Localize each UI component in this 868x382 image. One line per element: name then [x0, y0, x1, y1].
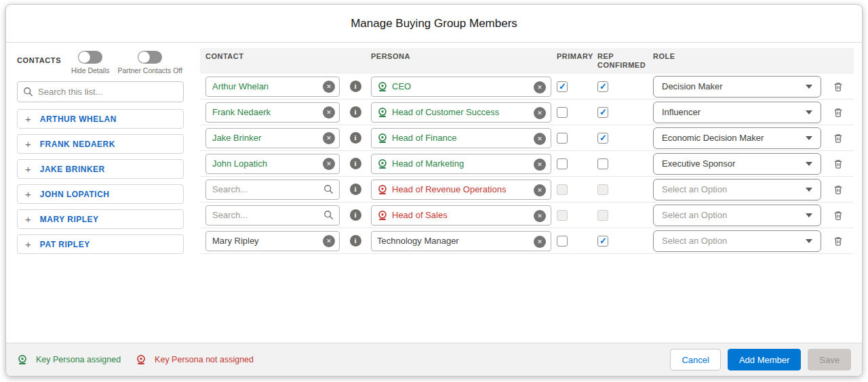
clear-icon[interactable]: ✕: [534, 81, 546, 93]
primary-checkbox[interactable]: [557, 81, 568, 92]
role-select[interactable]: Select an Option: [653, 205, 821, 226]
contact-input[interactable]: [205, 102, 340, 123]
sidebar-contact-item[interactable]: + JOHN LOPATICH: [17, 184, 184, 204]
primary-cell: [557, 81, 592, 92]
add-member-button[interactable]: Add Member: [728, 349, 801, 370]
col-header-persona: PERSONA: [371, 52, 551, 61]
sidebar-contact-item[interactable]: + JAKE BRINKER: [17, 159, 184, 179]
sidebar-contact-item[interactable]: + ARTHUR WHELAN: [17, 109, 184, 129]
persona-value: Head of Marketing: [392, 158, 464, 169]
info-icon[interactable]: i: [350, 209, 361, 221]
clear-icon[interactable]: ✕: [323, 81, 335, 93]
delete-row-button[interactable]: [833, 236, 844, 247]
delete-row-button[interactable]: [833, 184, 844, 195]
sidebar-search: [17, 81, 184, 102]
clear-icon[interactable]: ✕: [323, 106, 335, 119]
clear-icon[interactable]: ✕: [534, 107, 546, 119]
cancel-button[interactable]: Cancel: [670, 349, 720, 370]
rep-confirmed-checkbox[interactable]: [597, 133, 608, 144]
sidebar-contact-item[interactable]: + PAT RIPLEY: [17, 234, 184, 254]
persona-field[interactable]: Technology Manager ✕: [371, 231, 551, 251]
sidebar-contact-item[interactable]: + MARY RIPLEY: [17, 209, 184, 229]
expand-plus-icon[interactable]: +: [25, 114, 31, 124]
primary-checkbox[interactable]: [557, 210, 568, 221]
clear-icon[interactable]: ✕: [534, 133, 546, 145]
contact-input[interactable]: [205, 179, 340, 200]
persona-field[interactable]: Head of Marketing ✕: [371, 154, 551, 174]
key-persona-icon: [377, 184, 388, 195]
info-icon[interactable]: i: [350, 132, 361, 144]
delete-row-button[interactable]: [833, 158, 844, 169]
info-icon[interactable]: i: [350, 81, 361, 92]
rep-confirmed-checkbox[interactable]: [597, 210, 608, 221]
rep-confirmed-checkbox[interactable]: [597, 184, 608, 195]
rep-confirmed-checkbox[interactable]: [597, 81, 608, 92]
delete-row-button[interactable]: [833, 133, 844, 144]
save-button[interactable]: Save: [808, 349, 851, 370]
col-header-contact: CONTACT: [205, 52, 340, 61]
clear-icon[interactable]: ✕: [534, 184, 546, 196]
expand-plus-icon[interactable]: +: [25, 239, 31, 249]
members-table: CONTACT PERSONA PRIMARY REP CONFIRMED RO…: [193, 43, 862, 343]
clear-icon[interactable]: ✕: [323, 158, 335, 170]
info-icon[interactable]: i: [350, 158, 361, 169]
expand-plus-icon[interactable]: +: [25, 189, 31, 199]
delete-row-button[interactable]: [833, 81, 844, 92]
role-value: Select an Option: [662, 184, 727, 194]
clear-icon[interactable]: ✕: [534, 236, 546, 248]
expand-plus-icon[interactable]: +: [25, 139, 31, 149]
chevron-down-icon: [806, 85, 812, 89]
persona-field[interactable]: Head of Customer Success ✕: [371, 102, 551, 123]
persona-field[interactable]: CEO ✕: [371, 77, 551, 97]
primary-checkbox[interactable]: [557, 133, 568, 144]
legend-assigned: Key Persona assigned: [17, 354, 121, 365]
toggle-group: Hide Details Partner Contacts Off: [71, 51, 182, 75]
info-cell: i: [345, 209, 366, 221]
role-select[interactable]: Decision Maker: [653, 76, 821, 98]
persona-field[interactable]: Head of Finance ✕: [371, 128, 551, 148]
trash-cell: [827, 133, 850, 144]
clear-icon[interactable]: ✕: [323, 235, 335, 247]
key-persona-icon: [377, 210, 388, 221]
rep-confirmed-checkbox[interactable]: [597, 158, 608, 169]
role-select[interactable]: Select an Option: [653, 230, 821, 252]
manage-buying-group-dialog: Manage Buying Group Members CONTACTS Hid…: [5, 4, 863, 377]
role-select[interactable]: Influencer: [653, 102, 821, 123]
info-icon[interactable]: i: [350, 106, 361, 118]
delete-row-button[interactable]: [833, 210, 844, 221]
partner-contacts-toggle[interactable]: [138, 51, 162, 64]
primary-checkbox[interactable]: [557, 184, 568, 195]
contact-input[interactable]: [205, 205, 340, 226]
expand-plus-icon[interactable]: +: [25, 214, 31, 224]
contact-input[interactable]: [205, 128, 340, 148]
primary-checkbox[interactable]: [557, 158, 568, 169]
persona-value: Technology Manager: [377, 236, 459, 246]
primary-checkbox[interactable]: [557, 107, 568, 118]
table-row: ✕ i CEO ✕ Decision Maker: [200, 74, 854, 100]
role-select[interactable]: Select an Option: [653, 179, 821, 200]
clear-icon[interactable]: ✕: [534, 210, 546, 222]
persona-field[interactable]: Head of Revenue Operations ✕: [371, 179, 551, 200]
info-icon[interactable]: i: [350, 184, 361, 195]
role-select[interactable]: Economic Decision Maker: [653, 127, 821, 149]
role-select[interactable]: Executive Sponsor: [653, 153, 821, 175]
clear-icon[interactable]: ✕: [323, 132, 335, 144]
trash-cell: [827, 107, 850, 118]
clear-icon[interactable]: ✕: [534, 158, 546, 171]
search-input[interactable]: [17, 81, 184, 102]
contact-input[interactable]: [205, 154, 340, 174]
rep-confirmed-checkbox[interactable]: [597, 107, 608, 118]
key-persona-icon: [377, 133, 388, 144]
primary-checkbox[interactable]: [557, 236, 568, 247]
table-row: ✕ i Technology Manager ✕ Select an Optio…: [200, 228, 854, 254]
rep-confirmed-checkbox[interactable]: [597, 236, 608, 247]
sidebar-contact-item[interactable]: + FRANK NEDAERK: [17, 134, 184, 154]
expand-plus-icon[interactable]: +: [25, 164, 31, 174]
contact-input[interactable]: [205, 77, 340, 97]
role-value: Select an Option: [662, 210, 727, 220]
info-icon[interactable]: i: [350, 235, 361, 247]
persona-field[interactable]: Head of Sales ✕: [371, 205, 551, 226]
delete-row-button[interactable]: [833, 107, 844, 118]
contact-input[interactable]: [205, 231, 340, 251]
hide-details-toggle[interactable]: [78, 51, 102, 64]
